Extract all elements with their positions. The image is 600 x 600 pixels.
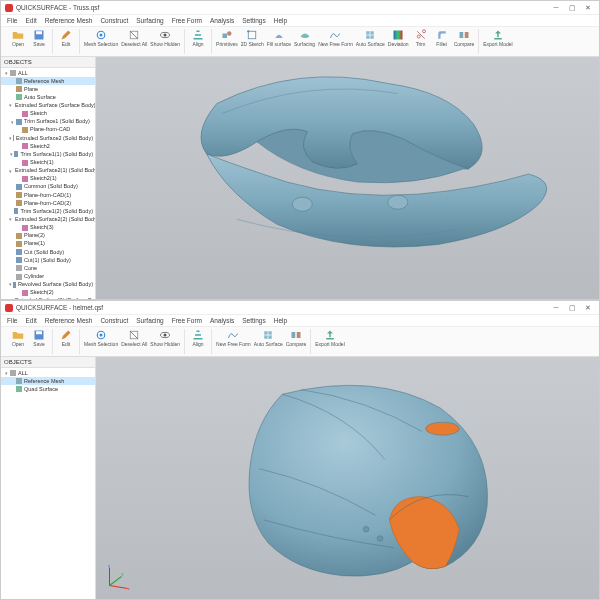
compare-button[interactable]: Compare xyxy=(454,29,475,47)
twisty-icon[interactable]: ▾ xyxy=(9,151,13,157)
tree-node[interactable]: ▾Trim Surface1(1) (Solid Body) xyxy=(1,150,95,158)
twisty-icon[interactable] xyxy=(9,233,15,239)
align-button[interactable]: Align xyxy=(189,29,207,47)
edit-button[interactable]: Edit xyxy=(57,329,75,347)
menu-analysis[interactable]: Analysis xyxy=(210,317,234,324)
show-hidden-button[interactable]: Show Hidden xyxy=(150,29,180,47)
tree-node[interactable]: Sketch(2) xyxy=(1,289,95,297)
menu-freeform[interactable]: Free Form xyxy=(172,317,202,324)
tree-node[interactable]: Reference Mesh xyxy=(1,77,95,85)
open-button[interactable]: Open xyxy=(9,329,27,347)
mesh-selection-button[interactable]: Mesh Selection xyxy=(84,29,118,47)
tree-node[interactable]: Cone xyxy=(1,264,95,272)
fill-button[interactable]: Fill surface xyxy=(267,29,291,47)
menu-refmesh[interactable]: Reference Mesh xyxy=(45,17,93,24)
tree-node[interactable]: Sketch2(1) xyxy=(1,175,95,183)
twisty-icon[interactable] xyxy=(15,176,21,182)
twisty-icon[interactable]: ▾ xyxy=(3,370,9,376)
sketch2d-button[interactable]: 2D Sketch xyxy=(241,29,264,47)
menu-settings[interactable]: Settings xyxy=(242,317,266,324)
twisty-icon[interactable] xyxy=(9,94,15,100)
feature-tree[interactable]: ▾ALLReference MeshPlaneAuto Surface▾Extr… xyxy=(1,68,95,299)
menu-edit[interactable]: Edit xyxy=(25,17,36,24)
menu-surfacing[interactable]: Surfacing xyxy=(136,317,163,324)
tree-node[interactable]: Cut(1) (Solid Body) xyxy=(1,256,95,264)
align-button[interactable]: Align xyxy=(189,329,207,347)
tree-node[interactable]: ▾Extruded Surface (Surface Body) xyxy=(1,102,95,110)
twisty-icon[interactable]: ▾ xyxy=(9,168,12,174)
menu-freeform[interactable]: Free Form xyxy=(172,17,202,24)
deselect-all-button[interactable]: Deselect All xyxy=(121,29,147,47)
menu-edit[interactable]: Edit xyxy=(25,317,36,324)
twisty-icon[interactable]: ▾ xyxy=(9,298,12,299)
tree-node[interactable]: ▾ALL xyxy=(1,369,95,377)
tree-node[interactable]: Sketch2 xyxy=(1,142,95,150)
tree-node[interactable]: Cut (Solid Body) xyxy=(1,248,95,256)
twisty-icon[interactable] xyxy=(9,192,15,198)
menu-analysis[interactable]: Analysis xyxy=(210,17,234,24)
twisty-icon[interactable] xyxy=(9,241,15,247)
tree-node[interactable]: ▾Extruded Surface(3) (Surface Body) xyxy=(1,297,95,299)
new-freeform-button[interactable]: New Free Form xyxy=(216,329,251,347)
twisty-icon[interactable] xyxy=(9,274,15,280)
viewport-3d[interactable]: z x y xyxy=(96,357,599,599)
menu-help[interactable]: Help xyxy=(274,317,287,324)
maximize-button[interactable]: ▢ xyxy=(565,3,579,13)
tree-node[interactable]: Auto Surface xyxy=(1,93,95,101)
tree-node[interactable]: Common (Solid Body) xyxy=(1,183,95,191)
twisty-icon[interactable] xyxy=(9,200,15,206)
twisty-icon[interactable] xyxy=(15,127,21,133)
twisty-icon[interactable] xyxy=(15,111,21,117)
show-hidden-button[interactable]: Show Hidden xyxy=(150,329,180,347)
axis-gizmo-icon[interactable]: z x y xyxy=(102,563,132,593)
mesh-selection-button[interactable]: Mesh Selection xyxy=(84,329,118,347)
tree-node[interactable]: ▾Extruded Surface2(2) (Solid Body) xyxy=(1,216,95,224)
edit-button[interactable]: Edit xyxy=(57,29,75,47)
twisty-icon[interactable] xyxy=(9,86,15,92)
twisty-icon[interactable] xyxy=(9,78,15,84)
deviation-button[interactable]: Deviation xyxy=(388,29,409,47)
auto-surface-button[interactable]: Auto Surface xyxy=(356,29,385,47)
tree-node[interactable]: Plane(2) xyxy=(1,232,95,240)
twisty-icon[interactable] xyxy=(9,378,15,384)
tree-node[interactable]: Plane-from-CAD xyxy=(1,126,95,134)
tree-node[interactable]: ▾Extruded Surface2(1) (Solid Body) xyxy=(1,167,95,175)
twisty-icon[interactable]: ▾ xyxy=(3,70,9,76)
twisty-icon[interactable] xyxy=(15,143,21,149)
trim-button[interactable]: Trim xyxy=(412,29,430,47)
save-button[interactable]: Save xyxy=(30,329,48,347)
new-freeform-button[interactable]: New Free Form xyxy=(318,29,353,47)
twisty-icon[interactable] xyxy=(9,249,15,255)
tree-node[interactable]: ▾Revolved Surface (Solid Body) xyxy=(1,281,95,289)
tree-node[interactable]: Sketch(1) xyxy=(1,159,95,167)
fillet-button[interactable]: Fillet xyxy=(433,29,451,47)
menu-file[interactable]: File xyxy=(7,17,17,24)
twisty-icon[interactable] xyxy=(15,225,21,231)
maximize-button[interactable]: ▢ xyxy=(565,303,579,313)
twisty-icon[interactable]: ▾ xyxy=(9,282,12,288)
feature-tree[interactable]: ▾ALLReference MeshQuad Surface xyxy=(1,368,95,394)
twisty-icon[interactable] xyxy=(15,290,21,296)
tree-node[interactable]: Quad Surface xyxy=(1,385,95,393)
twisty-icon[interactable] xyxy=(9,386,15,392)
minimize-button[interactable]: ─ xyxy=(549,3,563,13)
tree-node[interactable]: Trim Surface1(2) (Solid Body) xyxy=(1,207,95,215)
minimize-button[interactable]: ─ xyxy=(549,303,563,313)
tree-node[interactable]: ▾Extruded Surface2 (Solid Body) xyxy=(1,134,95,142)
close-button[interactable]: ✕ xyxy=(581,3,595,13)
tree-node[interactable]: Sketch xyxy=(1,110,95,118)
menu-refmesh[interactable]: Reference Mesh xyxy=(45,317,93,324)
twisty-icon[interactable] xyxy=(9,265,15,271)
twisty-icon[interactable] xyxy=(9,184,15,190)
primitives-button[interactable]: Primitives xyxy=(216,29,238,47)
export-model-button[interactable]: Export Model xyxy=(315,329,344,347)
viewport-3d[interactable] xyxy=(96,57,599,299)
tree-node[interactable]: Plane(1) xyxy=(1,240,95,248)
menu-construct[interactable]: Construct xyxy=(100,17,128,24)
twisty-icon[interactable]: ▾ xyxy=(9,103,12,109)
auto-surface-button[interactable]: Auto Surface xyxy=(254,329,283,347)
tree-node[interactable]: Sketch(3) xyxy=(1,224,95,232)
tree-node[interactable]: Reference Mesh xyxy=(1,377,95,385)
tree-node[interactable]: ▾Trim Surface1 (Solid Body) xyxy=(1,118,95,126)
deselect-all-button[interactable]: Deselect All xyxy=(121,329,147,347)
